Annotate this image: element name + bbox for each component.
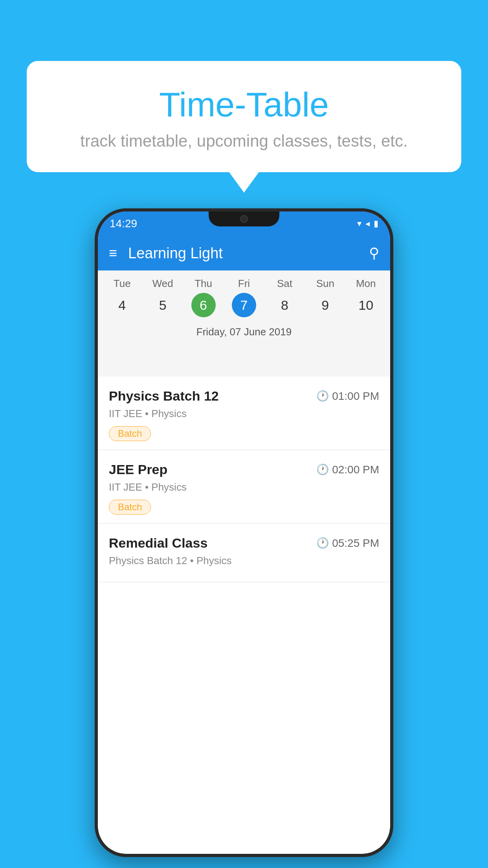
item-subtitle: IIT JEE • Physics bbox=[109, 408, 379, 420]
item-time-text: 01:00 PM bbox=[332, 390, 379, 403]
schedule-item[interactable]: Remedial Class🕐05:25 PMPhysics Batch 12 … bbox=[98, 524, 390, 582]
side-button-power bbox=[390, 322, 393, 369]
day-label: Fri bbox=[238, 278, 250, 290]
status-icons: ▾ ◂ ▮ bbox=[357, 219, 378, 229]
menu-icon[interactable]: ≡ bbox=[109, 246, 117, 260]
day-number[interactable]: 6 bbox=[191, 293, 216, 317]
day-col[interactable]: Sat8 bbox=[269, 278, 300, 317]
day-number[interactable]: 8 bbox=[272, 293, 297, 317]
item-subtitle: IIT JEE • Physics bbox=[109, 481, 379, 493]
phone-notch bbox=[209, 211, 279, 226]
day-label: Mon bbox=[356, 278, 376, 290]
schedule-item[interactable]: JEE Prep🕐02:00 PMIIT JEE • PhysicsBatch bbox=[98, 450, 390, 524]
item-time-text: 05:25 PM bbox=[332, 537, 379, 550]
day-col[interactable]: Mon10 bbox=[350, 278, 382, 317]
day-number[interactable]: 4 bbox=[110, 293, 134, 317]
search-icon[interactable]: ⚲ bbox=[369, 245, 379, 261]
days-row: Tue4Wed5Thu6Fri7Sat8Sun9Mon10 bbox=[102, 278, 386, 317]
speech-bubble: Time-Table track timetable, upcoming cla… bbox=[27, 61, 461, 172]
schedule-list: Physics Batch 12🕐01:00 PMIIT JEE • Physi… bbox=[98, 377, 390, 854]
item-title: Remedial Class bbox=[109, 535, 207, 551]
phone-mockup: 14:29 ▾ ◂ ▮ ≡ Learning Light ⚲ Tue4Wed5T… bbox=[95, 208, 393, 857]
schedule-item[interactable]: Physics Batch 12🕐01:00 PMIIT JEE • Physi… bbox=[98, 377, 390, 450]
day-col[interactable]: Sun9 bbox=[310, 278, 341, 317]
selected-date-label: Friday, 07 June 2019 bbox=[102, 322, 386, 344]
day-number[interactable]: 5 bbox=[150, 293, 175, 317]
bubble-subtitle: track timetable, upcoming classes, tests… bbox=[42, 132, 446, 151]
battery-icon: ▮ bbox=[374, 219, 378, 229]
wifi-icon: ▾ bbox=[357, 219, 361, 229]
day-col[interactable]: Wed5 bbox=[147, 278, 178, 317]
batch-badge: Batch bbox=[109, 500, 151, 515]
item-subtitle: Physics Batch 12 • Physics bbox=[109, 555, 379, 567]
day-number[interactable]: 9 bbox=[313, 293, 338, 317]
day-col[interactable]: Tue4 bbox=[106, 278, 138, 317]
side-button-volume bbox=[95, 337, 98, 369]
day-label: Wed bbox=[152, 278, 173, 290]
status-time: 14:29 bbox=[110, 217, 137, 230]
day-number[interactable]: 10 bbox=[354, 293, 378, 317]
day-label: Sun bbox=[316, 278, 334, 290]
bubble-title: Time-Table bbox=[42, 85, 446, 125]
front-camera bbox=[240, 215, 248, 223]
day-label: Tue bbox=[114, 278, 131, 290]
day-col[interactable]: Thu6 bbox=[188, 278, 219, 317]
day-label: Sat bbox=[277, 278, 292, 290]
app-bar: ≡ Learning Light ⚲ bbox=[98, 236, 390, 270]
item-title: JEE Prep bbox=[109, 462, 167, 477]
batch-badge: Batch bbox=[109, 426, 151, 441]
day-col[interactable]: Fri7 bbox=[228, 278, 260, 317]
item-title: Physics Batch 12 bbox=[109, 388, 219, 404]
clock-icon: 🕐 bbox=[316, 537, 329, 549]
day-label: Thu bbox=[194, 278, 212, 290]
signal-icon: ◂ bbox=[365, 219, 370, 229]
app-title: Learning Light bbox=[128, 245, 369, 262]
day-number[interactable]: 7 bbox=[232, 293, 256, 317]
calendar-strip: Tue4Wed5Thu6Fri7Sat8Sun9Mon10 Friday, 07… bbox=[98, 270, 390, 348]
clock-icon: 🕐 bbox=[316, 463, 329, 476]
clock-icon: 🕐 bbox=[316, 390, 329, 402]
item-time-text: 02:00 PM bbox=[332, 463, 379, 476]
phone-screen: 14:29 ▾ ◂ ▮ ≡ Learning Light ⚲ Tue4Wed5T… bbox=[98, 211, 390, 854]
